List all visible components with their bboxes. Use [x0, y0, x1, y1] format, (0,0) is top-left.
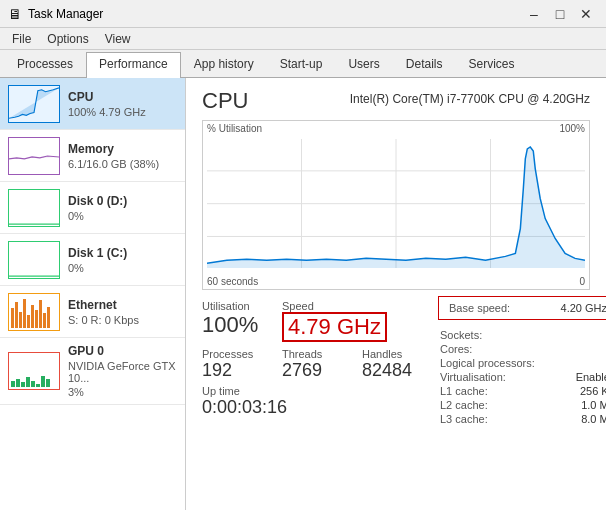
l2-cache-row: L2 cache: 1.0 MB: [438, 398, 606, 412]
eth-bar-7: [35, 310, 38, 328]
tab-app-history[interactable]: App history: [181, 52, 267, 77]
eth-bar-8: [39, 300, 42, 327]
tab-users[interactable]: Users: [335, 52, 392, 77]
utilisation-label: Utilisation: [202, 300, 262, 312]
specs-panel: Base speed: 4.20 GHz Sockets: 1 Cores: 4: [438, 296, 606, 426]
tab-performance[interactable]: Performance: [86, 52, 181, 78]
speed-label: Speed: [282, 300, 387, 312]
gpu-bar-3: [21, 382, 25, 387]
eth-bar-4: [23, 299, 26, 328]
gpu0-mini-graph: [8, 352, 60, 390]
memory-info: Memory 6.1/16.0 GB (38%): [68, 142, 177, 170]
utilisation-speed-row: Utilisation 100% Speed 4.79 GHz: [202, 300, 422, 342]
stats-left: Utilisation 100% Speed 4.79 GHz Processe…: [202, 296, 422, 418]
base-speed-row: Base speed: 4.20 GHz: [447, 301, 606, 315]
l1-cache-label: L1 cache:: [438, 384, 562, 398]
gpu-bar-8: [46, 379, 50, 387]
sidebar-item-cpu[interactable]: CPU 100% 4.79 GHz: [0, 78, 185, 130]
ethernet-subtitle: S: 0 R: 0 Kbps: [68, 314, 177, 326]
eth-bar-6: [31, 305, 34, 327]
ethernet-info: Ethernet S: 0 R: 0 Kbps: [68, 298, 177, 326]
sidebar-item-disk0[interactable]: Disk 0 (D:) 0%: [0, 182, 185, 234]
base-speed-label: Base speed:: [447, 301, 538, 315]
tab-details[interactable]: Details: [393, 52, 456, 77]
tab-startup[interactable]: Start-up: [267, 52, 336, 77]
disk1-mini-graph: [8, 241, 60, 279]
uptime-row: Up time 0:00:03:16: [202, 385, 422, 418]
cpu-mini-graph: [8, 85, 60, 123]
sidebar-item-ethernet[interactable]: Ethernet S: 0 R: 0 Kbps: [0, 286, 185, 338]
sockets-value: 1: [562, 328, 606, 342]
sidebar-item-gpu0[interactable]: GPU 0 NVIDIA GeForce GTX 10... 3%: [0, 338, 185, 405]
app-icon: 🖥: [8, 6, 22, 22]
chart-label-seconds: 60 seconds: [207, 276, 258, 287]
cores-label: Cores:: [438, 342, 562, 356]
menu-file[interactable]: File: [4, 30, 39, 47]
virtualisation-row: Virtualisation: Enabled: [438, 370, 606, 384]
window-controls: – □ ✕: [522, 4, 598, 24]
menu-view[interactable]: View: [97, 30, 139, 47]
chart-label-max: 100%: [559, 123, 585, 134]
menu-bar: File Options View: [0, 28, 606, 50]
gpu0-info: GPU 0 NVIDIA GeForce GTX 10... 3%: [68, 344, 177, 398]
sidebar-item-memory[interactable]: Memory 6.1/16.0 GB (38%): [0, 130, 185, 182]
cores-value: 4: [562, 342, 606, 356]
logical-processors-value: 8: [562, 356, 606, 370]
tab-services[interactable]: Services: [455, 52, 527, 77]
sidebar-item-disk1[interactable]: Disk 1 (C:) 0%: [0, 234, 185, 286]
eth-bar-1: [11, 308, 14, 327]
disk0-title: Disk 0 (D:): [68, 194, 177, 208]
disk1-title: Disk 1 (C:): [68, 246, 177, 260]
processes-col: Processes 192: [202, 348, 262, 381]
detail-bottom: Utilisation 100% Speed 4.79 GHz Processe…: [202, 296, 590, 426]
uptime-label: Up time: [202, 385, 422, 397]
tab-bar: Processes Performance App history Start-…: [0, 50, 606, 78]
base-speed-table: Base speed: 4.20 GHz: [447, 301, 606, 315]
l2-cache-label: L2 cache:: [438, 398, 562, 412]
l1-cache-value: 256 KB: [562, 384, 606, 398]
base-speed-value: 4.20 GHz: [538, 301, 606, 315]
eth-bar-9: [43, 313, 46, 327]
gpu-bar-7: [41, 376, 45, 387]
sockets-label: Sockets:: [438, 328, 562, 342]
uptime-value: 0:00:03:16: [202, 397, 422, 418]
logical-processors-label: Logical processors:: [438, 356, 562, 370]
eth-bar-2: [15, 302, 18, 328]
cores-row: Cores: 4: [438, 342, 606, 356]
maximize-button[interactable]: □: [548, 4, 572, 24]
speed-col: Speed 4.79 GHz: [282, 300, 387, 342]
cpu-chart-svg: [207, 139, 585, 268]
main-content: CPU 100% 4.79 GHz Memory 6.1/16.0 GB (38…: [0, 78, 606, 510]
handles-col: Handles 82484: [362, 348, 422, 381]
processes-value: 192: [202, 360, 262, 381]
memory-subtitle: 6.1/16.0 GB (38%): [68, 158, 177, 170]
chart-label-zero: 0: [579, 276, 585, 287]
threads-label: Threads: [282, 348, 342, 360]
processes-threads-handles-row: Processes 192 Threads 2769 Handles 82484: [202, 348, 422, 381]
l1-cache-row: L1 cache: 256 KB: [438, 384, 606, 398]
l3-cache-value: 8.0 MB: [562, 412, 606, 426]
eth-bar-3: [19, 312, 22, 328]
menu-options[interactable]: Options: [39, 30, 96, 47]
base-speed-box: Base speed: 4.20 GHz: [438, 296, 606, 320]
disk0-subtitle: 0%: [68, 210, 177, 222]
minimize-button[interactable]: –: [522, 4, 546, 24]
l3-cache-label: L3 cache:: [438, 412, 562, 426]
cpu-info: CPU 100% 4.79 GHz: [68, 90, 177, 118]
l3-cache-row: L3 cache: 8.0 MB: [438, 412, 606, 426]
speed-value: 4.79 GHz: [282, 312, 387, 342]
tab-processes[interactable]: Processes: [4, 52, 86, 77]
gpu0-title: GPU 0: [68, 344, 177, 358]
detail-panel: CPU Intel(R) Core(TM) i7-7700K CPU @ 4.2…: [186, 78, 606, 510]
close-button[interactable]: ✕: [574, 4, 598, 24]
eth-bar-5: [27, 315, 30, 328]
virtualisation-value: Enabled: [562, 370, 606, 384]
sockets-row: Sockets: 1: [438, 328, 606, 342]
utilisation-value: 100%: [202, 312, 262, 338]
gpu-bar-6: [36, 384, 40, 387]
handles-value: 82484: [362, 360, 422, 381]
utilisation-col: Utilisation 100%: [202, 300, 262, 342]
disk0-mini-graph: [8, 189, 60, 227]
processes-label: Processes: [202, 348, 262, 360]
handles-label: Handles: [362, 348, 422, 360]
